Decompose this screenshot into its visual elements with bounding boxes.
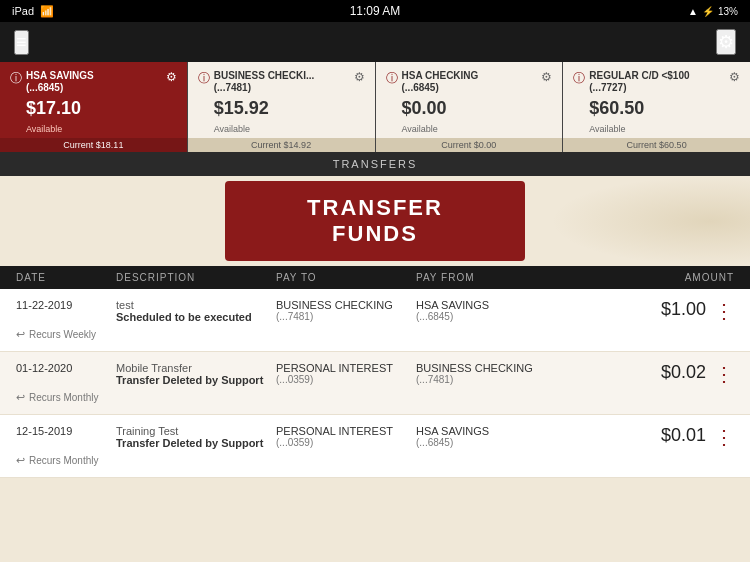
info-icon: ⓘ	[10, 70, 22, 87]
info-icon: ⓘ	[386, 70, 398, 87]
account-available: Available	[573, 124, 740, 134]
account-current: Current $14.92	[188, 138, 375, 152]
transfer-amount: $0.01	[556, 425, 706, 446]
table-row: 11-22-2019 test Scheduled to be executed…	[0, 289, 750, 352]
transfer-funds-button[interactable]: TRANSFER FUNDS	[225, 181, 525, 261]
transfer-options-button[interactable]: ⋮	[706, 425, 734, 449]
recur-icon: ↩	[16, 328, 25, 341]
account-card-hsa-checking[interactable]: ⓘ HSA CHECKING(...6845) ⚙ $0.00 Availabl…	[376, 62, 564, 152]
transfer-options-button[interactable]: ⋮	[706, 299, 734, 323]
col-pay-to: PAY TO	[276, 272, 416, 283]
info-icon: ⓘ	[198, 70, 210, 87]
account-card-hsa-savings[interactable]: ⓘ HSA SAVINGS(...6845) ⚙ $17.10 Availabl…	[0, 62, 188, 152]
col-amount: AMOUNT	[556, 272, 734, 283]
col-pay-from: PAY FROM	[416, 272, 556, 283]
transfer-pay-from: BUSINESS CHECKING (...7481)	[416, 362, 556, 385]
account-gear-icon[interactable]: ⚙	[354, 70, 365, 84]
battery-label: 13%	[718, 6, 738, 17]
signal-icon: ▲	[688, 6, 698, 17]
transfers-list: 11-22-2019 test Scheduled to be executed…	[0, 289, 750, 478]
account-available: Available	[386, 124, 553, 134]
account-name: REGULAR C/D <$100(...7727)	[585, 70, 729, 94]
transfer-amount: $0.02	[556, 362, 706, 383]
transfer-options-button[interactable]: ⋮	[706, 362, 734, 386]
ipad-label: iPad	[12, 5, 34, 17]
transfer-pay-to: PERSONAL INTEREST (...0359)	[276, 362, 416, 385]
recur-icon: ↩	[16, 391, 25, 404]
account-current: Current $0.00	[376, 138, 563, 152]
transfer-description: Training Test Transfer Deleted by Suppor…	[116, 425, 276, 449]
account-balance: $0.00	[386, 98, 553, 119]
transfer-pay-to: BUSINESS CHECKING (...7481)	[276, 299, 416, 322]
hamburger-button[interactable]: ≡	[14, 30, 29, 55]
transfer-date: 12-15-2019	[16, 425, 116, 437]
account-balance: $17.10	[10, 98, 177, 119]
table-row: 01-12-2020 Mobile Transfer Transfer Dele…	[0, 352, 750, 415]
account-name: HSA SAVINGS(...6845)	[22, 70, 166, 94]
transfer-pay-to: PERSONAL INTEREST (...0359)	[276, 425, 416, 448]
recur-label: Recurs Monthly	[29, 392, 98, 403]
status-left: iPad 📶	[12, 5, 54, 18]
transfer-button-area: TRANSFER FUNDS	[0, 176, 750, 266]
account-name: BUSINESS CHECKI...(...7481)	[210, 70, 354, 94]
status-bar: iPad 📶 11:09 AM ▲ ⚡ 13%	[0, 0, 750, 22]
account-available: Available	[198, 124, 365, 134]
recur-label: Recurs Weekly	[29, 329, 96, 340]
account-balance: $15.92	[198, 98, 365, 119]
transfer-date: 11-22-2019	[16, 299, 116, 311]
wifi-icon: 📶	[40, 5, 54, 18]
transfer-description: Mobile Transfer Transfer Deleted by Supp…	[116, 362, 276, 386]
account-card-regular-cd[interactable]: ⓘ REGULAR C/D <$100(...7727) ⚙ $60.50 Av…	[563, 62, 750, 152]
recur-label: Recurs Monthly	[29, 455, 98, 466]
background-watermark	[550, 176, 750, 266]
info-icon: ⓘ	[573, 70, 585, 87]
transfers-section-header: TRANSFERS	[0, 152, 750, 176]
col-date: DATE	[16, 272, 116, 283]
account-current: Current $18.11	[0, 138, 187, 152]
account-available: Available	[10, 124, 177, 134]
account-gear-icon[interactable]: ⚙	[729, 70, 740, 84]
transfer-description: test Scheduled to be executed	[116, 299, 276, 323]
transfer-amount: $1.00	[556, 299, 706, 320]
account-card-business-checking[interactable]: ⓘ BUSINESS CHECKI...(...7481) ⚙ $15.92 A…	[188, 62, 376, 152]
transfer-pay-from: HSA SAVINGS (...6845)	[416, 425, 556, 448]
account-balance: $60.50	[573, 98, 740, 119]
account-current: Current $60.50	[563, 138, 750, 152]
col-description: DESCRIPTION	[116, 272, 276, 283]
transfer-pay-from: HSA SAVINGS (...6845)	[416, 299, 556, 322]
account-gear-icon[interactable]: ⚙	[166, 70, 177, 84]
bluetooth-icon: ⚡	[702, 6, 714, 17]
status-right: ▲ ⚡ 13%	[688, 6, 738, 17]
table-row: 12-15-2019 Training Test Transfer Delete…	[0, 415, 750, 478]
status-time: 11:09 AM	[350, 4, 401, 18]
transfer-date: 01-12-2020	[16, 362, 116, 374]
recur-icon: ↩	[16, 454, 25, 467]
settings-button[interactable]: ⚙	[716, 29, 736, 55]
table-header: DATE DESCRIPTION PAY TO PAY FROM AMOUNT	[0, 266, 750, 289]
accounts-carousel: ⓘ HSA SAVINGS(...6845) ⚙ $17.10 Availabl…	[0, 62, 750, 152]
nav-bar: ≡ ⚙	[0, 22, 750, 62]
account-gear-icon[interactable]: ⚙	[541, 70, 552, 84]
account-name: HSA CHECKING(...6845)	[398, 70, 542, 94]
